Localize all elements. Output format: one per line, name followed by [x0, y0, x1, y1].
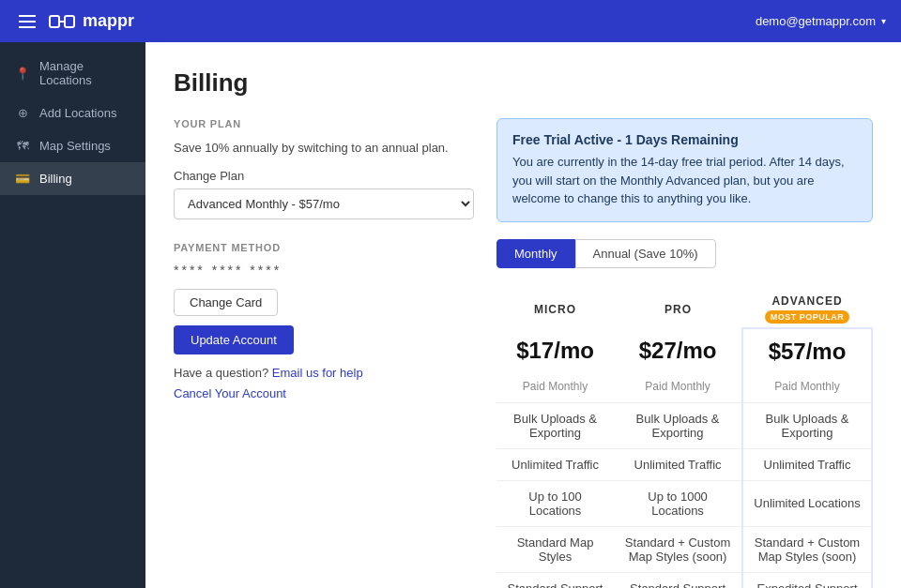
plans-table: MICRO PRO ADVANCED MOST POPULAR $17/mo $…: [496, 287, 873, 589]
feature-cell-4-0: Standard Support: [496, 572, 614, 588]
micro-price: $17/mo: [496, 328, 614, 372]
map-icon: 🗺: [15, 139, 30, 153]
save-text: Save 10% annually by switching to an ann…: [174, 139, 474, 158]
feature-cell-0-2: Bulk Uploads & Exporting: [742, 402, 872, 448]
monthly-toggle-button[interactable]: Monthly: [496, 239, 575, 268]
plans-header-row: MICRO PRO ADVANCED MOST POPULAR: [496, 287, 872, 328]
pro-price: $27/mo: [614, 328, 742, 372]
feature-row: Standard Map StylesStandard + Custom Map…: [496, 526, 872, 572]
feature-cell-1-0: Unlimited Traffic: [496, 448, 614, 480]
feature-row: Up to 100 LocationsUp to 1000 LocationsU…: [496, 480, 872, 526]
feature-cell-0-1: Bulk Uploads & Exporting: [614, 402, 742, 448]
pro-col-header: PRO: [614, 287, 742, 328]
sidebar-item-manage-locations[interactable]: 📍 Manage Locations: [0, 50, 145, 97]
advanced-price: $57/mo: [742, 328, 872, 372]
location-pin-icon: 📍: [15, 67, 30, 81]
logo-icon: [49, 11, 75, 32]
add-icon: ⊕: [15, 106, 30, 120]
plan-section: YOUR PLAN Save 10% annually by switching…: [174, 118, 474, 588]
annual-toggle-button[interactable]: Annual (Save 10%): [575, 239, 716, 268]
feature-cell-4-2: Expedited Support: [742, 572, 872, 588]
feature-cell-3-2: Standard + Custom Map Styles (soon): [742, 526, 872, 572]
paid-monthly-row: Paid Monthly Paid Monthly Paid Monthly: [496, 372, 872, 403]
payment-section: PAYMENT METHOD **** **** **** Change Car…: [174, 242, 474, 400]
sidebar-item-billing[interactable]: 💳 Billing: [0, 162, 145, 195]
trial-banner: Free Trial Active - 1 Days Remaining You…: [496, 118, 873, 222]
user-menu[interactable]: demo@getmappr.com ▾: [756, 14, 886, 28]
top-navigation: mappr demo@getmappr.com ▾: [0, 0, 901, 42]
feature-row: Unlimited TrafficUnlimited TrafficUnlimi…: [496, 448, 872, 480]
feature-cell-2-0: Up to 100 Locations: [496, 480, 614, 526]
email-help-link[interactable]: Email us for help: [272, 366, 363, 380]
trial-banner-text: You are currently in the 14-day free tri…: [512, 153, 857, 208]
sidebar: 📍 Manage Locations ⊕ Add Locations 🗺 Map…: [0, 42, 145, 588]
billing-grid: YOUR PLAN Save 10% annually by switching…: [174, 118, 873, 588]
update-account-button[interactable]: Update Account: [174, 325, 294, 354]
main-content: Billing YOUR PLAN Save 10% annually by s…: [145, 42, 901, 588]
hamburger-menu[interactable]: [15, 11, 39, 32]
feature-cell-2-1: Up to 1000 Locations: [614, 480, 742, 526]
help-text: Have a question? Email us for help: [174, 366, 474, 380]
feature-cell-1-1: Unlimited Traffic: [614, 448, 742, 480]
most-popular-badge: MOST POPULAR: [765, 310, 850, 324]
feature-row: Standard SupportStandard SupportExpedite…: [496, 572, 872, 588]
app-logo: mappr: [49, 11, 134, 32]
sidebar-item-add-locations[interactable]: ⊕ Add Locations: [0, 97, 145, 129]
payment-method-label: PAYMENT METHOD: [174, 242, 474, 253]
feature-cell-3-0: Standard Map Styles: [496, 526, 614, 572]
billing-icon: 💳: [15, 172, 30, 186]
svg-rect-0: [50, 16, 59, 27]
pro-paid: Paid Monthly: [614, 372, 742, 403]
feature-cell-0-0: Bulk Uploads & Exporting: [496, 402, 614, 448]
feature-cell-3-1: Standard + Custom Map Styles (soon): [614, 526, 742, 572]
sidebar-item-label: Add Locations: [39, 106, 116, 120]
feature-cell-2-2: Unlimited Locations: [742, 480, 872, 526]
cancel-account-link[interactable]: Cancel Your Account: [174, 386, 286, 400]
change-card-button[interactable]: Change Card: [174, 289, 278, 316]
topnav-left: mappr: [15, 11, 134, 32]
sidebar-item-map-settings[interactable]: 🗺 Map Settings: [0, 129, 145, 162]
plan-select[interactable]: Advanced Monthly - $57/moMicro Monthly -…: [174, 188, 474, 219]
app-name: mappr: [83, 11, 134, 31]
page-title: Billing: [174, 68, 873, 98]
advanced-col-header: ADVANCED MOST POPULAR: [742, 287, 872, 328]
feature-cell-4-1: Standard Support: [614, 572, 742, 588]
app-body: 📍 Manage Locations ⊕ Add Locations 🗺 Map…: [0, 42, 901, 588]
change-plan-label: Change Plan: [174, 169, 474, 183]
advanced-paid: Paid Monthly: [742, 372, 872, 403]
plans-section: Free Trial Active - 1 Days Remaining You…: [496, 118, 873, 588]
price-row: $17/mo $27/mo $57/mo: [496, 328, 872, 372]
trial-banner-title: Free Trial Active - 1 Days Remaining: [512, 132, 857, 147]
feature-cell-1-2: Unlimited Traffic: [742, 448, 872, 480]
your-plan-label: YOUR PLAN: [174, 118, 474, 129]
billing-toggle: Monthly Annual (Save 10%): [496, 239, 873, 268]
svg-rect-1: [65, 16, 74, 27]
micro-col-header: MICRO: [496, 287, 614, 328]
chevron-down-icon: ▾: [881, 16, 886, 26]
sidebar-item-label: Billing: [39, 172, 72, 186]
micro-paid: Paid Monthly: [496, 372, 614, 403]
card-dots: **** **** ****: [174, 263, 474, 278]
feature-row: Bulk Uploads & ExportingBulk Uploads & E…: [496, 402, 872, 448]
sidebar-item-label: Map Settings: [39, 139, 111, 153]
user-email: demo@getmappr.com: [756, 14, 876, 28]
sidebar-item-label: Manage Locations: [39, 59, 130, 87]
